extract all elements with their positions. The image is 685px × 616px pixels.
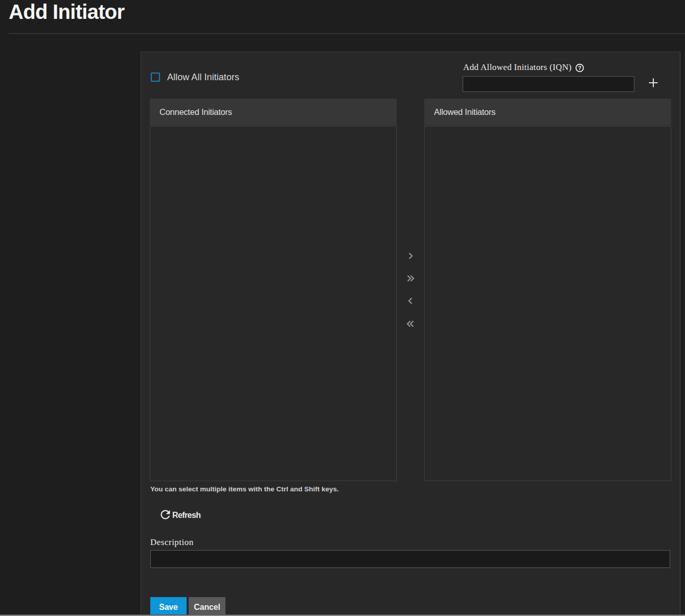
svg-text:?: ? (578, 65, 581, 71)
